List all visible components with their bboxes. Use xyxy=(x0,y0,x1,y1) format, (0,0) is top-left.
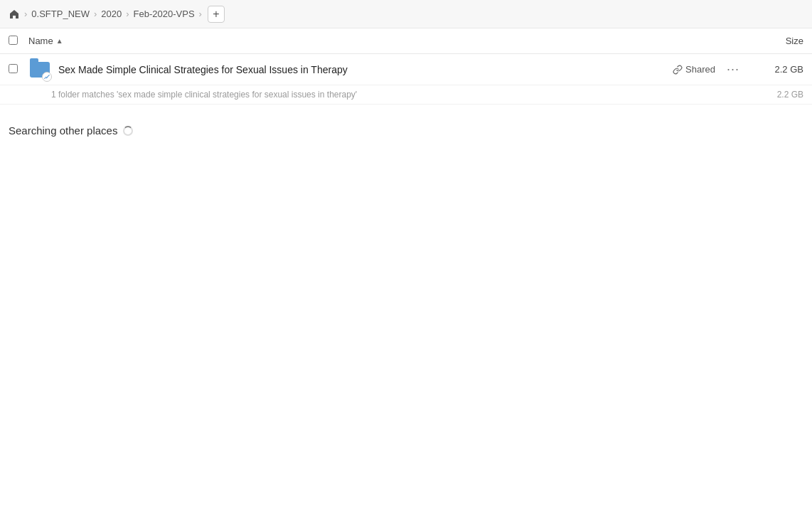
row-checkbox[interactable] xyxy=(9,64,23,75)
file-size-value: 2.2 GB xyxy=(754,64,803,75)
match-info-row: 1 folder matches 'sex made simple clinic… xyxy=(0,85,812,105)
match-text: 1 folder matches 'sex made simple clinic… xyxy=(51,90,357,100)
file-actions: Shared ··· xyxy=(673,60,742,78)
link-badge-icon xyxy=(42,72,52,82)
table-row[interactable]: Sex Made Simple Clinical Strategies for … xyxy=(0,54,812,85)
column-header-row: Name ▲ Size xyxy=(0,28,812,54)
name-column-header[interactable]: Name ▲ xyxy=(28,36,747,46)
add-tab-button[interactable]: + xyxy=(208,6,225,23)
link-icon xyxy=(673,65,683,75)
searching-other-places-section: Searching other places xyxy=(0,105,812,145)
breadcrumb-sep-3: › xyxy=(199,9,202,19)
breadcrumb: › 0.SFTP_NEW › 2020 › Feb-2020-VPS › xyxy=(23,7,203,21)
breadcrumb-sep-1: › xyxy=(94,9,97,19)
folder-link-icon xyxy=(28,58,51,81)
more-options-button[interactable]: ··· xyxy=(724,60,742,78)
loading-spinner xyxy=(123,126,133,136)
breadcrumb-item-1[interactable]: 2020 xyxy=(98,7,124,21)
breadcrumb-sep-2: › xyxy=(126,9,129,19)
size-column-header[interactable]: Size xyxy=(747,36,803,46)
shared-label: Shared xyxy=(685,64,715,75)
file-name-label: Sex Made Simple Clinical Strategies for … xyxy=(58,64,673,75)
breadcrumb-item-2[interactable]: Feb-2020-VPS xyxy=(131,7,198,21)
select-all-checkbox[interactable] xyxy=(9,36,23,47)
toolbar: › 0.SFTP_NEW › 2020 › Feb-2020-VPS › + xyxy=(0,0,812,28)
match-size: 2.2 GB xyxy=(777,90,803,100)
sort-arrow-icon: ▲ xyxy=(56,37,63,45)
breadcrumb-sep-0: › xyxy=(24,9,27,19)
breadcrumb-item-0[interactable]: 0.SFTP_NEW xyxy=(28,7,92,21)
shared-badge: Shared xyxy=(673,64,715,75)
searching-title: Searching other places xyxy=(9,124,117,137)
home-button[interactable] xyxy=(9,9,20,20)
